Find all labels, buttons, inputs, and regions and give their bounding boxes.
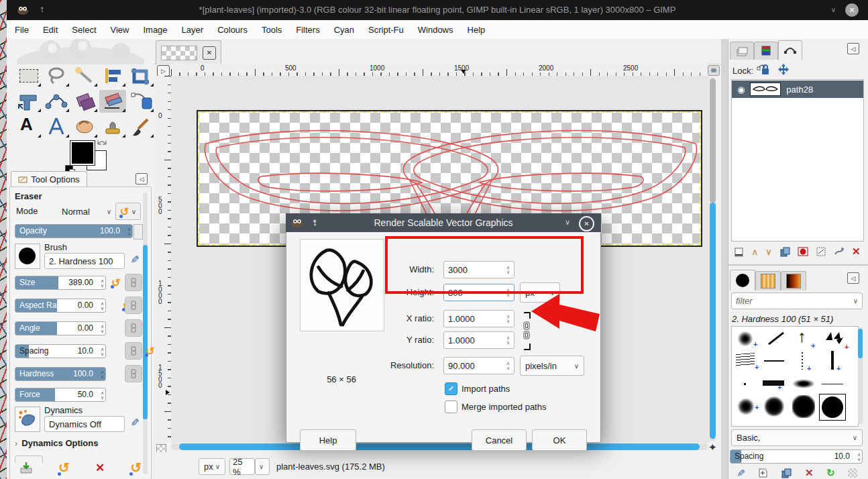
tool-fuzzy-select[interactable]	[71, 64, 98, 87]
brush-thumbnail[interactable]	[15, 244, 40, 269]
import-paths-checkbox[interactable]: ✓	[445, 382, 457, 395]
brush-dotted-vline[interactable]	[802, 352, 803, 370]
stroke-path-icon[interactable]	[834, 246, 845, 257]
spacing-reset-icon[interactable]: ↺	[146, 345, 154, 357]
aspect-chain-button[interactable]	[125, 297, 142, 314]
image-tab[interactable]: ✕	[156, 40, 221, 64]
scrollbar-thumb[interactable]	[710, 203, 716, 439]
brush-group-dropdown[interactable]: Basic, ∨	[731, 429, 863, 446]
delete-preset-icon[interactable]: ✕	[95, 461, 105, 475]
caret-up-icon[interactable]: ∧	[101, 301, 104, 306]
menu-image[interactable]: Image	[143, 25, 167, 35]
spacing-slider[interactable]: Spacing 10.0 ∧∨	[15, 344, 106, 358]
caret-down-icon[interactable]: ∨	[127, 231, 131, 236]
edit-brush-icon[interactable]: ✎	[735, 469, 747, 478]
brush-name-field[interactable]: 2. Hardness 100	[44, 253, 125, 269]
tab-gradients[interactable]	[781, 271, 806, 290]
menu-help[interactable]: Help	[468, 25, 486, 35]
help-button[interactable]: Help	[300, 429, 356, 451]
tool-rectangle-select[interactable]	[15, 64, 42, 87]
hardness-chain-button[interactable]	[125, 365, 142, 382]
window-titlebar[interactable]: ➴ *[plant-leaves] (imported)-3.0 (RGB co…	[7, 0, 868, 20]
cancel-button[interactable]: Cancel	[472, 429, 527, 451]
menu-select[interactable]: Select	[72, 25, 96, 35]
caret-down-icon[interactable]: ∨	[101, 306, 104, 311]
force-slider[interactable]: Force 50.0 ∧∨	[15, 388, 106, 402]
brush-hardness-100-selected[interactable]	[819, 394, 846, 421]
tool-measure[interactable]	[43, 115, 70, 138]
dock-configure-button[interactable]: ◁	[847, 272, 859, 284]
tool-smudge[interactable]	[71, 115, 98, 138]
opacity-slider[interactable]: Opacity 100.0 ∧∨	[15, 224, 133, 238]
menu-edit[interactable]: Edit	[43, 25, 58, 35]
zoom-follow-toggle[interactable]	[708, 65, 720, 76]
tool-crop[interactable]	[127, 64, 154, 87]
height-input[interactable]: 800 ∧∨	[443, 284, 514, 301]
dock-configure-button[interactable]: ◁	[847, 43, 859, 54]
menu-windows[interactable]: Windows	[418, 25, 453, 35]
mode-dropdown[interactable]: Normal ∨	[62, 204, 111, 219]
size-reset-icon[interactable]: ↺	[111, 277, 120, 288]
tool-clone[interactable]	[99, 115, 126, 138]
caret-up-icon[interactable]: ∧	[506, 288, 510, 292]
dock-configure-button[interactable]: ◁	[135, 173, 148, 184]
tool-paths[interactable]	[43, 90, 70, 113]
foreground-color-swatch[interactable]	[70, 141, 95, 165]
caret-down-icon[interactable]: ∨	[101, 374, 104, 379]
brush-sketch-lines[interactable]	[736, 353, 755, 366]
caret-up-icon[interactable]: ∧	[101, 347, 104, 352]
menu-layer[interactable]: Layer	[182, 25, 204, 35]
image-tab-close-button[interactable]: ✕	[203, 46, 216, 60]
shade-chevron-icon[interactable]: ∨	[831, 6, 836, 13]
edit-brush-pencil-icon[interactable]: ✎	[128, 255, 141, 264]
reset-tool-icon[interactable]: ↺	[130, 460, 142, 476]
caret-up-icon[interactable]: ∧	[506, 265, 510, 270]
brush-hline[interactable]	[764, 360, 784, 362]
angle-chain-button[interactable]	[125, 319, 142, 337]
caret-down-icon[interactable]: ∨	[857, 457, 861, 462]
lower-path-icon[interactable]: ∨	[765, 247, 772, 257]
brush-hardness-050[interactable]	[764, 396, 784, 417]
tab-patterns[interactable]	[755, 271, 781, 290]
caret-down-icon[interactable]: ∨	[101, 283, 104, 288]
caret-down-icon[interactable]: ∨	[101, 329, 104, 333]
refresh-brushes-icon[interactable]: ↻	[826, 467, 835, 479]
window-close-button[interactable]: ✕	[845, 3, 859, 17]
brush-hardness-025[interactable]	[737, 398, 755, 415]
caret-down-icon[interactable]: ∨	[506, 292, 510, 297]
lock-position-icon[interactable]	[777, 63, 790, 76]
dynamics-thumbnail[interactable]	[15, 407, 40, 432]
brush-filter-input[interactable]: filter ∨	[731, 292, 863, 309]
dynamics-options-expander[interactable]: › Dynamics Options	[15, 438, 98, 448]
chevron-down-icon[interactable]: ∨	[565, 218, 570, 227]
brush-hardness-075[interactable]	[792, 395, 815, 418]
zoom-dropdown[interactable]: ∨	[255, 458, 270, 475]
tool-text[interactable]: A	[15, 115, 42, 138]
merge-paths-checkbox[interactable]	[445, 401, 457, 413]
caret-down-icon[interactable]: ∨	[506, 270, 510, 274]
path-row-selected[interactable]: ◉ path28	[732, 81, 863, 98]
hardness-slider[interactable]: Hardness 100.0 ∧∨	[15, 367, 106, 381]
menu-colours[interactable]: Colours	[217, 25, 248, 35]
tool-options-tab[interactable]: Tool Options	[11, 171, 87, 187]
tool-options-scrollbar[interactable]	[143, 193, 148, 474]
scrollbar-thumb[interactable]	[858, 329, 863, 358]
visibility-eye-icon[interactable]: ◉	[737, 85, 745, 95]
caret-up-icon[interactable]: ∧	[506, 361, 510, 366]
new-path-icon[interactable]	[734, 246, 745, 257]
caret-down-icon[interactable]: ∨	[101, 395, 104, 400]
restore-preset-icon[interactable]: ↺	[58, 460, 70, 476]
canvas-horizontal-scrollbar[interactable]	[171, 443, 708, 450]
size-chain-button[interactable]	[125, 274, 142, 291]
x-ratio-input[interactable]: 1.0000 ∧∨	[443, 310, 514, 327]
opacity-spinner[interactable]	[133, 224, 143, 239]
edit-dynamics-pencil-icon[interactable]: ✎	[128, 418, 141, 427]
canvas-vertical-scrollbar[interactable]	[710, 77, 716, 441]
save-preset-icon[interactable]	[19, 462, 33, 474]
tab-brushes-active[interactable]	[730, 270, 755, 290]
menu-file[interactable]: File	[15, 25, 29, 35]
caret-down-icon[interactable]: ∨	[506, 319, 510, 323]
duplicate-path-icon[interactable]	[779, 246, 790, 257]
lock-path-icon[interactable]	[757, 63, 771, 76]
caret-up-icon[interactable]: ∧	[127, 227, 131, 231]
